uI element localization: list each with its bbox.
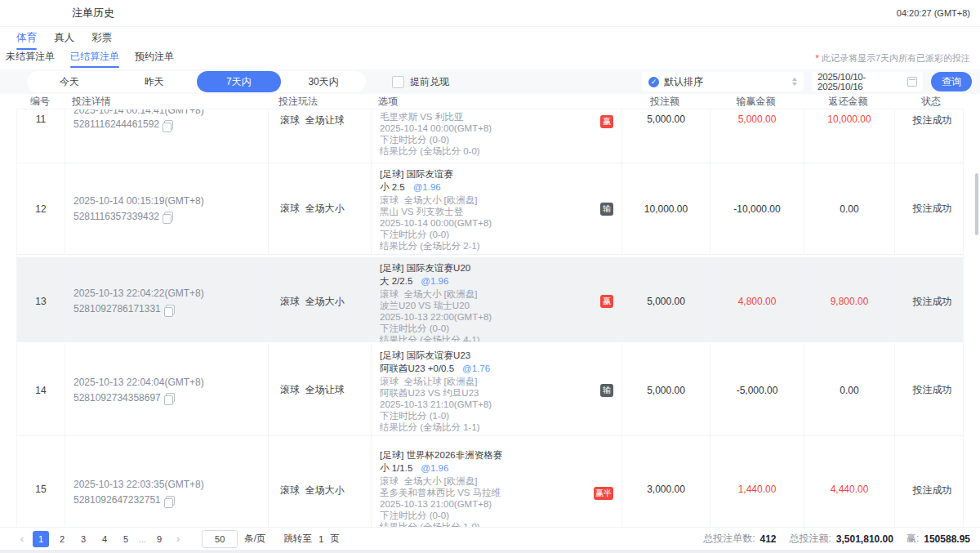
page-size-input[interactable]	[202, 530, 238, 548]
winloss-amount: 5,000.00	[710, 109, 804, 163]
vertical-scrollbar[interactable]	[975, 173, 978, 235]
check-circle-icon: ✓	[648, 77, 659, 87]
play-type: 滚球 全场大小	[268, 257, 371, 342]
result-badge: 赢	[600, 115, 613, 128]
option-line: 结果比分 (全场比分 1-1)	[380, 421, 613, 433]
option-line: 结果比分 (全场比分 2-1)	[380, 240, 613, 252]
bet-detail-cell: 2025-10-14 00:15:19(GMT+8) 5281116357339…	[65, 163, 268, 254]
status-text: 投注成功	[894, 257, 963, 342]
settlement-subtabs: 未结算注单 已结算注单 预约注单 *此记录将显示7天内所有已派彩的投注	[0, 50, 980, 69]
table-row: 12 2025-10-14 00:15:19(GMT+8) 5281116357…	[17, 163, 963, 255]
option-line: 结果比分 (全场比分 1-0)	[380, 521, 613, 527]
options-cell: [足球] 国际友谊赛U20 大 2/2.5@1.96 滚球 全场大小 [欧洲盘]…	[371, 257, 621, 342]
payout-amount: 0.00	[804, 345, 894, 435]
play-type: 滚球 全场大小	[268, 436, 371, 527]
payout-amount: 0.00	[804, 163, 894, 254]
jump-label: 跳转至	[283, 533, 312, 545]
pick-line: 大 2/2.5@1.96	[380, 275, 613, 287]
copy-icon[interactable]	[164, 212, 173, 221]
tab-sports[interactable]: 体育	[15, 28, 38, 50]
page-size-unit: 条/页	[244, 533, 265, 545]
tab-lottery[interactable]: 彩票	[90, 28, 114, 50]
subtab-settled[interactable]: 已结算注单	[69, 48, 121, 69]
cashout-checkbox-group[interactable]: 提前兑现	[392, 75, 449, 89]
bet-detail-cell: 2025-10-14 00:14:41(GMT+8) 5281116244461…	[65, 109, 268, 163]
row-number: 14	[17, 345, 65, 435]
subtab-reserved[interactable]: 预约注单	[133, 48, 176, 69]
option-line: 下注时比分 (0-0)	[380, 134, 613, 145]
page-button-3[interactable]: 3	[75, 531, 91, 547]
col-status: 状态	[893, 95, 969, 109]
bet-id: 5281092786171331	[74, 301, 161, 317]
copy-icon[interactable]	[166, 305, 175, 314]
jump-unit: 页	[330, 533, 340, 545]
table-row: 11 2025-10-14 00:14:41(GMT+8) 5281116244…	[17, 109, 963, 163]
option-line: 2025-10-14 00:00(GMT+8)	[380, 123, 613, 134]
bet-id: 5281092647232751	[74, 493, 161, 508]
options-cell: [足球] 世界杯2026非洲资格赛 小 1/1.5@1.96 滚球 全场大小 […	[371, 436, 621, 527]
winloss-amount: -5,000.00	[710, 345, 804, 435]
search-button[interactable]: 查询	[931, 72, 972, 91]
jump-page-value[interactable]: 1	[318, 534, 323, 544]
copy-icon[interactable]	[164, 120, 173, 130]
table-row: 14 2025-10-13 22:04:04(GMT+8) 5281092734…	[17, 345, 963, 436]
bet-id: 5281092734358697	[74, 390, 161, 406]
bet-time: 2025-10-13 22:04:04(GMT+8)	[74, 375, 204, 390]
stake-amount: 3,000.00	[621, 436, 710, 527]
option-line: 2025-10-13 21:00(GMT+8)	[380, 498, 613, 510]
col-stake: 投注额	[621, 95, 709, 109]
payout-amount: 9,800.00	[804, 257, 894, 342]
pick-line: 阿联酋U23 +0/0.5@1.76	[380, 363, 613, 374]
option-line: 黑山 VS 列支敦士登	[380, 206, 613, 217]
row-number: 11	[17, 109, 65, 163]
page-ellipsis: ...	[139, 534, 146, 544]
tab-live[interactable]: 真人	[52, 28, 76, 50]
table-row: 15 2025-10-13 22:03:35(GMT+8) 5281092647…	[17, 436, 963, 527]
cashout-checkbox[interactable]	[392, 76, 404, 88]
row-number: 13	[17, 257, 65, 342]
subtab-unsettled[interactable]: 未结算注单	[4, 48, 56, 69]
date-range-picker[interactable]: 2025/10/10-2025/10/16	[812, 72, 923, 91]
page-button-9[interactable]: 9	[151, 531, 167, 547]
page-button-5[interactable]: 5	[118, 531, 134, 547]
copy-icon[interactable]	[166, 496, 175, 506]
sort-select[interactable]: ✓ 默认排序	[642, 72, 804, 91]
total-count-label: 总投注单数:	[703, 532, 755, 546]
filter-30days-button[interactable]: 30天内	[281, 71, 366, 92]
option-line: 2025-10-13 22:00(GMT+8)	[380, 311, 613, 323]
stake-amount: 5,000.00	[621, 345, 710, 435]
option-line: 滚球 全场让球 [欧洲盘]	[380, 376, 613, 387]
page-title: 注单历史	[72, 6, 114, 20]
col-play-type: 投注玩法	[267, 95, 370, 109]
option-line: 滚球 全场大小 [欧洲盘]	[380, 475, 613, 487]
filter-7days-button[interactable]: 7天内	[197, 71, 282, 92]
league-name: [足球] 世界杯2026非洲资格赛	[380, 449, 613, 461]
result-badge: 输	[600, 384, 613, 397]
cashout-checkbox-label: 提前兑现	[410, 75, 449, 89]
total-win-value: 150588.95	[924, 533, 970, 545]
filter-today-button[interactable]: 今天	[27, 71, 112, 92]
row-number: 15	[17, 436, 65, 527]
bet-detail-cell: 2025-10-13 22:04:04(GMT+8) 5281092734358…	[65, 345, 268, 435]
bet-history-page: 注单历史 04:20:27 (GMT+8) 体育 真人 彩票 未结算注单 已结算…	[0, 0, 980, 553]
option-line: 结果比分 (全场比分 0-0)	[380, 145, 613, 157]
page-button-2[interactable]: 2	[54, 531, 70, 547]
options-cell: 毛里求斯 VS 利比亚 2025-10-14 00:00(GMT+8) 下注时比…	[371, 109, 621, 163]
status-text: 投注成功	[894, 436, 963, 527]
filter-yesterday-button[interactable]: 昨天	[112, 71, 197, 92]
col-bet-detail: 投注详情	[64, 95, 267, 109]
copy-icon[interactable]	[166, 393, 175, 403]
record-note: *此记录将显示7天内所有已派彩的投注	[816, 52, 970, 69]
prev-page-icon[interactable]: ‹	[16, 533, 28, 545]
payout-amount: 4,440.00	[804, 436, 894, 527]
page-button-4[interactable]: 4	[96, 531, 113, 547]
category-tabs: 体育 真人 彩票	[0, 27, 980, 50]
option-line: 阿联酋U23 VS 约旦U23	[380, 387, 613, 399]
play-type: 滚球 全场让球	[268, 345, 371, 435]
total-count-value: 412	[760, 533, 776, 545]
option-line: 下注时比分 (0-0)	[380, 323, 613, 334]
bet-detail-cell: 2025-10-13 22:03:35(GMT+8) 5281092647232…	[65, 436, 268, 527]
page-button-1[interactable]: 1	[33, 531, 49, 547]
next-page-icon[interactable]: ›	[172, 533, 184, 545]
result-badge: 赢	[600, 295, 613, 308]
